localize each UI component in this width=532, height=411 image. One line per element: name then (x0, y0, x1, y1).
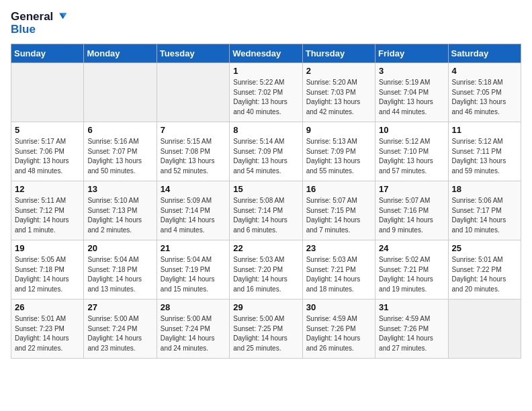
calendar-cell: 12Sunrise: 5:11 AMSunset: 7:12 PMDayligh… (11, 181, 84, 240)
day-number: 4 (452, 66, 517, 76)
calendar-cell: 25Sunrise: 5:01 AMSunset: 7:22 PMDayligh… (448, 240, 521, 300)
day-number: 13 (87, 184, 152, 194)
calendar-cell: 26Sunrise: 5:01 AMSunset: 7:23 PMDayligh… (11, 300, 84, 359)
day-number: 5 (15, 125, 80, 135)
calendar-cell: 16Sunrise: 5:07 AMSunset: 7:15 PMDayligh… (302, 181, 375, 240)
day-info: Sunrise: 5:18 AMSunset: 7:05 PMDaylight:… (452, 78, 517, 117)
day-info: Sunrise: 4:59 AMSunset: 7:26 PMDaylight:… (306, 314, 371, 353)
calendar-cell: 3Sunrise: 5:19 AMSunset: 7:04 PMDaylight… (375, 63, 448, 122)
weekday-header: Monday (84, 44, 157, 63)
weekday-header: Friday (375, 44, 448, 63)
calendar-cell: 9Sunrise: 5:13 AMSunset: 7:09 PMDaylight… (302, 122, 375, 181)
day-number: 22 (233, 243, 298, 253)
calendar-cell: 7Sunrise: 5:15 AMSunset: 7:08 PMDaylight… (157, 122, 229, 181)
day-number: 18 (452, 184, 517, 194)
day-info: Sunrise: 5:12 AMSunset: 7:10 PMDaylight:… (379, 137, 444, 176)
day-info: Sunrise: 5:04 AMSunset: 7:19 PMDaylight:… (161, 255, 226, 294)
calendar-cell: 21Sunrise: 5:04 AMSunset: 7:19 PMDayligh… (157, 240, 229, 300)
calendar-cell: 5Sunrise: 5:17 AMSunset: 7:06 PMDaylight… (11, 122, 84, 181)
day-info: Sunrise: 4:59 AMSunset: 7:26 PMDaylight:… (379, 314, 444, 353)
day-info: Sunrise: 5:03 AMSunset: 7:20 PMDaylight:… (233, 255, 298, 294)
calendar-cell: 23Sunrise: 5:03 AMSunset: 7:21 PMDayligh… (302, 240, 375, 300)
day-number: 28 (161, 302, 226, 312)
day-number: 7 (161, 125, 226, 135)
weekday-header-row: SundayMondayTuesdayWednesdayThursdayFrid… (11, 44, 521, 63)
day-info: Sunrise: 5:03 AMSunset: 7:21 PMDaylight:… (306, 255, 371, 294)
day-info: Sunrise: 5:09 AMSunset: 7:14 PMDaylight:… (161, 196, 226, 235)
calendar-cell (448, 300, 521, 359)
day-number: 26 (15, 302, 80, 312)
calendar-cell: 11Sunrise: 5:12 AMSunset: 7:11 PMDayligh… (448, 122, 521, 181)
calendar-cell: 24Sunrise: 5:02 AMSunset: 7:21 PMDayligh… (375, 240, 448, 300)
calendar-cell: 22Sunrise: 5:03 AMSunset: 7:20 PMDayligh… (230, 240, 302, 300)
day-info: Sunrise: 5:14 AMSunset: 7:09 PMDaylight:… (233, 137, 298, 176)
logo: General Blue (11, 11, 66, 36)
day-info: Sunrise: 5:13 AMSunset: 7:09 PMDaylight:… (306, 137, 371, 176)
calendar-cell: 1Sunrise: 5:22 AMSunset: 7:02 PMDaylight… (230, 63, 302, 122)
logo-bird-icon (54, 11, 66, 23)
day-number: 2 (306, 66, 371, 76)
calendar-cell (157, 63, 229, 122)
calendar-cell: 31Sunrise: 4:59 AMSunset: 7:26 PMDayligh… (375, 300, 448, 359)
day-info: Sunrise: 5:22 AMSunset: 7:02 PMDaylight:… (233, 78, 298, 117)
calendar-cell: 2Sunrise: 5:20 AMSunset: 7:03 PMDaylight… (302, 63, 375, 122)
day-number: 12 (15, 184, 80, 194)
logo-blue: Blue (11, 24, 66, 36)
day-info: Sunrise: 5:07 AMSunset: 7:15 PMDaylight:… (306, 196, 371, 235)
page-header: General Blue (11, 11, 521, 36)
calendar-cell: 15Sunrise: 5:08 AMSunset: 7:14 PMDayligh… (230, 181, 302, 240)
calendar-week-row: 5Sunrise: 5:17 AMSunset: 7:06 PMDaylight… (11, 122, 521, 181)
day-number: 29 (233, 302, 298, 312)
calendar-cell: 6Sunrise: 5:16 AMSunset: 7:07 PMDaylight… (84, 122, 157, 181)
logo-text: General Blue (11, 11, 66, 36)
day-number: 20 (87, 243, 152, 253)
day-info: Sunrise: 5:01 AMSunset: 7:22 PMDaylight:… (452, 255, 517, 294)
day-info: Sunrise: 5:04 AMSunset: 7:18 PMDaylight:… (87, 255, 152, 294)
logo-general: General (11, 11, 53, 24)
calendar-week-row: 1Sunrise: 5:22 AMSunset: 7:02 PMDaylight… (11, 63, 521, 122)
day-info: Sunrise: 5:15 AMSunset: 7:08 PMDaylight:… (161, 137, 226, 176)
calendar-cell: 20Sunrise: 5:04 AMSunset: 7:18 PMDayligh… (84, 240, 157, 300)
day-number: 23 (306, 243, 371, 253)
day-number: 17 (379, 184, 444, 194)
day-info: Sunrise: 5:20 AMSunset: 7:03 PMDaylight:… (306, 78, 371, 117)
calendar-cell: 13Sunrise: 5:10 AMSunset: 7:13 PMDayligh… (84, 181, 157, 240)
day-info: Sunrise: 5:11 AMSunset: 7:12 PMDaylight:… (15, 196, 80, 235)
day-number: 27 (87, 302, 152, 312)
calendar-cell (11, 63, 84, 122)
day-info: Sunrise: 5:07 AMSunset: 7:16 PMDaylight:… (379, 196, 444, 235)
day-number: 15 (233, 184, 298, 194)
day-number: 30 (306, 302, 371, 312)
calendar-cell: 18Sunrise: 5:06 AMSunset: 7:17 PMDayligh… (448, 181, 521, 240)
day-info: Sunrise: 5:00 AMSunset: 7:24 PMDaylight:… (161, 314, 226, 353)
calendar-cell: 29Sunrise: 5:00 AMSunset: 7:25 PMDayligh… (230, 300, 302, 359)
day-info: Sunrise: 5:01 AMSunset: 7:23 PMDaylight:… (15, 314, 80, 353)
calendar-cell: 8Sunrise: 5:14 AMSunset: 7:09 PMDaylight… (230, 122, 302, 181)
calendar-table: SundayMondayTuesdayWednesdayThursdayFrid… (11, 44, 521, 359)
calendar-cell: 28Sunrise: 5:00 AMSunset: 7:24 PMDayligh… (157, 300, 229, 359)
calendar-cell: 27Sunrise: 5:00 AMSunset: 7:24 PMDayligh… (84, 300, 157, 359)
day-number: 16 (306, 184, 371, 194)
day-number: 3 (379, 66, 444, 76)
calendar-cell (84, 63, 157, 122)
day-number: 14 (161, 184, 226, 194)
weekday-header: Tuesday (157, 44, 229, 63)
day-info: Sunrise: 5:05 AMSunset: 7:18 PMDaylight:… (15, 255, 80, 294)
day-number: 21 (161, 243, 226, 253)
day-info: Sunrise: 5:00 AMSunset: 7:24 PMDaylight:… (87, 314, 152, 353)
weekday-header: Sunday (11, 44, 84, 63)
weekday-header: Wednesday (230, 44, 302, 63)
calendar-cell: 30Sunrise: 4:59 AMSunset: 7:26 PMDayligh… (302, 300, 375, 359)
day-info: Sunrise: 5:02 AMSunset: 7:21 PMDaylight:… (379, 255, 444, 294)
day-number: 9 (306, 125, 371, 135)
day-number: 10 (379, 125, 444, 135)
calendar-week-row: 19Sunrise: 5:05 AMSunset: 7:18 PMDayligh… (11, 240, 521, 300)
day-info: Sunrise: 5:10 AMSunset: 7:13 PMDaylight:… (87, 196, 152, 235)
calendar-cell: 14Sunrise: 5:09 AMSunset: 7:14 PMDayligh… (157, 181, 229, 240)
day-number: 31 (379, 302, 444, 312)
day-number: 6 (87, 125, 152, 135)
calendar-week-row: 12Sunrise: 5:11 AMSunset: 7:12 PMDayligh… (11, 181, 521, 240)
day-info: Sunrise: 5:17 AMSunset: 7:06 PMDaylight:… (15, 137, 80, 176)
weekday-header: Thursday (302, 44, 375, 63)
day-info: Sunrise: 5:19 AMSunset: 7:04 PMDaylight:… (379, 78, 444, 117)
